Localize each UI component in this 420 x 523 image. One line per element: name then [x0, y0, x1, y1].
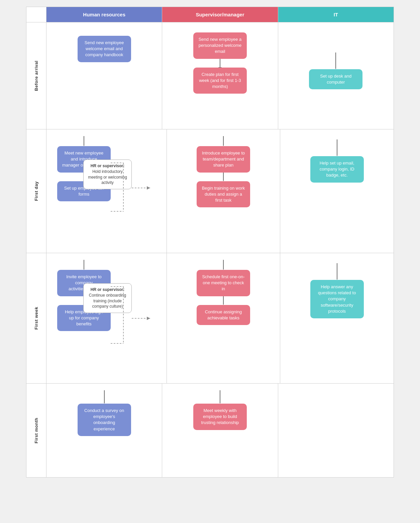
header-it: IT	[278, 7, 394, 22]
svg-marker-18	[84, 267, 84, 270]
svg-marker-27	[223, 267, 224, 270]
hr-arrow-in-first-day	[84, 136, 84, 146]
sm-arrow-in-first-week	[223, 260, 224, 270]
header-hr: Human resources	[46, 7, 162, 22]
hr-box-before-arrival-0: Send new employee welcome email and comp…	[78, 36, 131, 62]
sm-box-first-week-1: Continue assigning achievable tasks	[197, 305, 250, 325]
svg-marker-33	[104, 400, 105, 404]
hr-box-first-month-0: Conduct a survey on employee's onboardin…	[78, 404, 131, 436]
header-row: Human resources Supervisor/manager IT	[26, 7, 394, 22]
label-text-first-month: First month	[34, 418, 39, 443]
col-hr-first-day: Meet new employee and introduce manager …	[46, 129, 167, 253]
svg-marker-1	[335, 66, 336, 69]
row-first-month: First month Conduct a survey on employee…	[26, 384, 394, 477]
sm-arrow-first-week-1	[223, 296, 224, 305]
shared-box-first-week: HR or supervisor:Continue onboarding tra…	[83, 283, 132, 313]
it-arrow-before-arrival	[335, 53, 336, 69]
hr-arrow-in-first-week	[84, 260, 84, 270]
svg-marker-12	[223, 143, 224, 146]
shared-box-first-day: HR or supervisor:Hold introductory meeti…	[83, 160, 132, 189]
sm-box-before-arrival-1: Create plan for first week (and for firs…	[193, 68, 247, 94]
svg-marker-14	[223, 178, 224, 181]
svg-marker-31	[337, 277, 337, 280]
it-box-first-week-0: Help answer any questions related to com…	[310, 280, 364, 318]
svg-marker-3	[84, 143, 84, 146]
col-hr-before-arrival: Send new employee welcome email and comp…	[46, 22, 162, 129]
sm-box-first-month-0: Meet weekly with employee to build trust…	[193, 404, 247, 430]
col-it-first-month	[278, 384, 394, 477]
it-arrow-in-first-week	[337, 263, 337, 280]
hr-arrow-in-first-month	[104, 390, 105, 404]
label-first-month: First month	[26, 384, 46, 477]
it-box-first-day-0: Help set up email, company login, ID bad…	[310, 156, 364, 183]
sm-arrow-in-first-month	[220, 390, 220, 404]
label-text-first-week: First week	[34, 307, 39, 330]
label-text-first-day: First day	[34, 181, 39, 201]
col-sm-first-week: Schedule first one-on-one meeting to che…	[167, 253, 281, 383]
sm-box-before-arrival-0: Send new employee a personalized welcome…	[193, 32, 247, 59]
label-before-arrival: Before arrival	[26, 22, 46, 129]
sm-box-first-day-1: Begin training on work duties and assign…	[197, 181, 250, 208]
svg-marker-35	[220, 400, 220, 404]
sm-box-first-day-0: Introduce employee to team/department an…	[197, 146, 250, 173]
svg-marker-16	[337, 153, 337, 156]
it-box-before-arrival-0: Set up desk and computer	[309, 69, 362, 89]
svg-marker-25	[147, 317, 150, 320]
it-arrow-in-first-day	[337, 139, 337, 156]
col-it-first-week: Help answer any questions related to com…	[280, 253, 394, 383]
label-first-day: First day	[26, 129, 46, 253]
col-hr-first-month: Conduct a survey on employee's onboardin…	[46, 384, 162, 477]
svg-marker-10	[147, 186, 150, 190]
col-hr-first-week: Invite employee to company activities/ev…	[46, 253, 167, 383]
row-first-day: First day Meet new employee and introduc…	[26, 129, 394, 253]
col-sm-first-month: Meet weekly with employee to build trust…	[162, 384, 278, 477]
label-text-before-arrival: Before arrival	[34, 61, 39, 91]
sm-arrow-first-day-1	[223, 173, 224, 181]
diagram-wrapper: Human resources Supervisor/manager IT Be…	[26, 7, 394, 478]
sm-arrow-in-first-day	[223, 136, 224, 146]
header-corner	[26, 7, 46, 22]
sm-box-first-week-0: Schedule first one-on-one meeting to che…	[197, 270, 250, 296]
col-sm-first-day: Introduce employee to team/department an…	[167, 129, 281, 253]
svg-marker-29	[223, 302, 224, 305]
arrow-sm-before-arrival-1	[220, 59, 220, 68]
row-first-week: First week Invite employee to company ac…	[26, 253, 394, 384]
col-it-first-day: Help set up email, company login, ID bad…	[280, 129, 394, 253]
label-first-week: First week	[26, 253, 46, 383]
col-sm-before-arrival: Send new employee a personalized welcome…	[162, 22, 278, 129]
row-before-arrival: Before arrival Send new employee welcome…	[26, 22, 394, 129]
col-it-before-arrival: Set up desk and computer	[278, 22, 394, 129]
header-sm: Supervisor/manager	[162, 7, 278, 22]
